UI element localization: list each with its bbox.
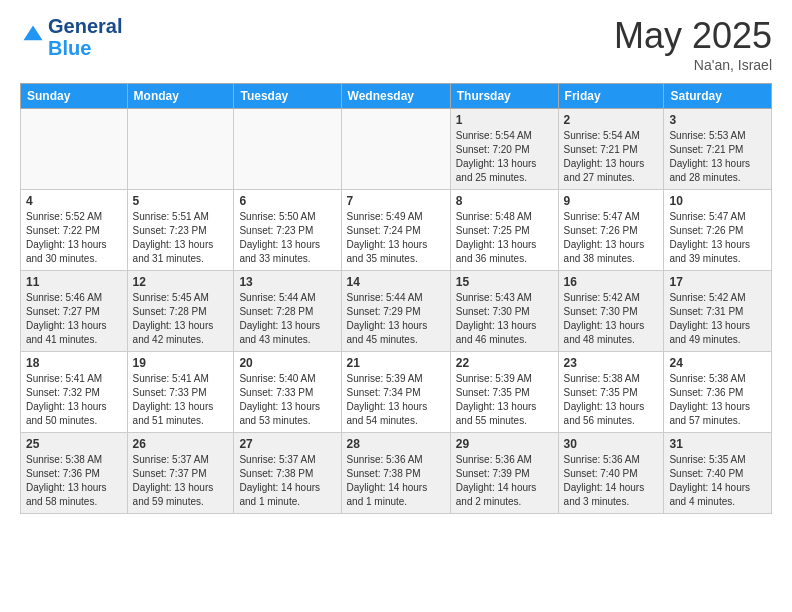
sunrise-text: Sunrise: 5:43 AM <box>456 292 532 303</box>
calendar-cell: 28Sunrise: 5:36 AMSunset: 7:38 PMDayligh… <box>341 433 450 514</box>
day-info: Sunrise: 5:53 AMSunset: 7:21 PMDaylight:… <box>669 129 766 185</box>
daylight-text: and 42 minutes. <box>133 334 204 345</box>
daylight-text: Daylight: 13 hours <box>564 320 645 331</box>
day-number: 7 <box>347 194 445 208</box>
daylight-text: and 30 minutes. <box>26 253 97 264</box>
daylight-text: Daylight: 13 hours <box>456 401 537 412</box>
calendar-cell: 15Sunrise: 5:43 AMSunset: 7:30 PMDayligh… <box>450 271 558 352</box>
day-number: 8 <box>456 194 553 208</box>
day-number: 23 <box>564 356 659 370</box>
daylight-text: and 31 minutes. <box>133 253 204 264</box>
calendar-cell: 8Sunrise: 5:48 AMSunset: 7:25 PMDaylight… <box>450 190 558 271</box>
daylight-text: Daylight: 13 hours <box>456 320 537 331</box>
sunrise-text: Sunrise: 5:36 AM <box>456 454 532 465</box>
daylight-text: and 33 minutes. <box>239 253 310 264</box>
day-info: Sunrise: 5:38 AMSunset: 7:35 PMDaylight:… <box>564 372 659 428</box>
daylight-text: Daylight: 13 hours <box>564 239 645 250</box>
day-number: 28 <box>347 437 445 451</box>
calendar-cell: 31Sunrise: 5:35 AMSunset: 7:40 PMDayligh… <box>664 433 772 514</box>
day-info: Sunrise: 5:41 AMSunset: 7:32 PMDaylight:… <box>26 372 122 428</box>
sunset-text: Sunset: 7:20 PM <box>456 144 530 155</box>
day-number: 3 <box>669 113 766 127</box>
calendar-cell <box>341 109 450 190</box>
daylight-text: Daylight: 13 hours <box>133 320 214 331</box>
daylight-text: and 55 minutes. <box>456 415 527 426</box>
sunrise-text: Sunrise: 5:53 AM <box>669 130 745 141</box>
day-info: Sunrise: 5:38 AMSunset: 7:36 PMDaylight:… <box>669 372 766 428</box>
day-number: 5 <box>133 194 229 208</box>
day-info: Sunrise: 5:41 AMSunset: 7:33 PMDaylight:… <box>133 372 229 428</box>
daylight-text: Daylight: 13 hours <box>26 239 107 250</box>
day-number: 25 <box>26 437 122 451</box>
sunrise-text: Sunrise: 5:41 AM <box>26 373 102 384</box>
sunset-text: Sunset: 7:31 PM <box>669 306 743 317</box>
sunrise-text: Sunrise: 5:48 AM <box>456 211 532 222</box>
day-info: Sunrise: 5:40 AMSunset: 7:33 PMDaylight:… <box>239 372 335 428</box>
calendar-week-0: 1Sunrise: 5:54 AMSunset: 7:20 PMDaylight… <box>21 109 772 190</box>
day-info: Sunrise: 5:36 AMSunset: 7:40 PMDaylight:… <box>564 453 659 509</box>
daylight-text: and 1 minute. <box>347 496 408 507</box>
day-info: Sunrise: 5:46 AMSunset: 7:27 PMDaylight:… <box>26 291 122 347</box>
logo-text-line1: General <box>48 15 122 37</box>
day-info: Sunrise: 5:35 AMSunset: 7:40 PMDaylight:… <box>669 453 766 509</box>
sunset-text: Sunset: 7:24 PM <box>347 225 421 236</box>
day-info: Sunrise: 5:44 AMSunset: 7:29 PMDaylight:… <box>347 291 445 347</box>
day-info: Sunrise: 5:51 AMSunset: 7:23 PMDaylight:… <box>133 210 229 266</box>
calendar-cell: 17Sunrise: 5:42 AMSunset: 7:31 PMDayligh… <box>664 271 772 352</box>
daylight-text: Daylight: 13 hours <box>347 401 428 412</box>
sunset-text: Sunset: 7:35 PM <box>564 387 638 398</box>
day-info: Sunrise: 5:42 AMSunset: 7:31 PMDaylight:… <box>669 291 766 347</box>
day-number: 15 <box>456 275 553 289</box>
daylight-text: and 50 minutes. <box>26 415 97 426</box>
calendar-cell: 3Sunrise: 5:53 AMSunset: 7:21 PMDaylight… <box>664 109 772 190</box>
daylight-text: Daylight: 13 hours <box>26 320 107 331</box>
calendar-cell: 4Sunrise: 5:52 AMSunset: 7:22 PMDaylight… <box>21 190 128 271</box>
day-number: 19 <box>133 356 229 370</box>
day-number: 6 <box>239 194 335 208</box>
title-block: May 2025 Na'an, Israel <box>614 15 772 73</box>
daylight-text: Daylight: 14 hours <box>239 482 320 493</box>
sunrise-text: Sunrise: 5:39 AM <box>456 373 532 384</box>
sunset-text: Sunset: 7:40 PM <box>669 468 743 479</box>
sunset-text: Sunset: 7:28 PM <box>239 306 313 317</box>
calendar-cell: 11Sunrise: 5:46 AMSunset: 7:27 PMDayligh… <box>21 271 128 352</box>
calendar-header-row: Sunday Monday Tuesday Wednesday Thursday… <box>21 84 772 109</box>
calendar-cell: 18Sunrise: 5:41 AMSunset: 7:32 PMDayligh… <box>21 352 128 433</box>
sunset-text: Sunset: 7:33 PM <box>239 387 313 398</box>
calendar-cell: 21Sunrise: 5:39 AMSunset: 7:34 PMDayligh… <box>341 352 450 433</box>
day-number: 24 <box>669 356 766 370</box>
daylight-text: Daylight: 13 hours <box>26 482 107 493</box>
daylight-text: and 38 minutes. <box>564 253 635 264</box>
day-number: 13 <box>239 275 335 289</box>
sunset-text: Sunset: 7:21 PM <box>564 144 638 155</box>
header-tuesday: Tuesday <box>234 84 341 109</box>
daylight-text: and 4 minutes. <box>669 496 735 507</box>
sunset-text: Sunset: 7:38 PM <box>347 468 421 479</box>
day-info: Sunrise: 5:45 AMSunset: 7:28 PMDaylight:… <box>133 291 229 347</box>
daylight-text: and 58 minutes. <box>26 496 97 507</box>
day-info: Sunrise: 5:36 AMSunset: 7:38 PMDaylight:… <box>347 453 445 509</box>
day-number: 30 <box>564 437 659 451</box>
sunset-text: Sunset: 7:36 PM <box>26 468 100 479</box>
day-info: Sunrise: 5:36 AMSunset: 7:39 PMDaylight:… <box>456 453 553 509</box>
sunrise-text: Sunrise: 5:38 AM <box>564 373 640 384</box>
sunrise-text: Sunrise: 5:42 AM <box>669 292 745 303</box>
header-thursday: Thursday <box>450 84 558 109</box>
day-number: 10 <box>669 194 766 208</box>
sunset-text: Sunset: 7:23 PM <box>133 225 207 236</box>
header-friday: Friday <box>558 84 664 109</box>
header-monday: Monday <box>127 84 234 109</box>
calendar-cell: 19Sunrise: 5:41 AMSunset: 7:33 PMDayligh… <box>127 352 234 433</box>
daylight-text: Daylight: 13 hours <box>133 482 214 493</box>
daylight-text: and 25 minutes. <box>456 172 527 183</box>
calendar-week-3: 18Sunrise: 5:41 AMSunset: 7:32 PMDayligh… <box>21 352 772 433</box>
day-info: Sunrise: 5:48 AMSunset: 7:25 PMDaylight:… <box>456 210 553 266</box>
daylight-text: Daylight: 13 hours <box>669 239 750 250</box>
daylight-text: and 1 minute. <box>239 496 300 507</box>
sunset-text: Sunset: 7:23 PM <box>239 225 313 236</box>
page: General Blue May 2025 Na'an, Israel Sund… <box>0 0 792 612</box>
sunrise-text: Sunrise: 5:40 AM <box>239 373 315 384</box>
daylight-text: Daylight: 13 hours <box>239 239 320 250</box>
sunset-text: Sunset: 7:34 PM <box>347 387 421 398</box>
day-number: 14 <box>347 275 445 289</box>
